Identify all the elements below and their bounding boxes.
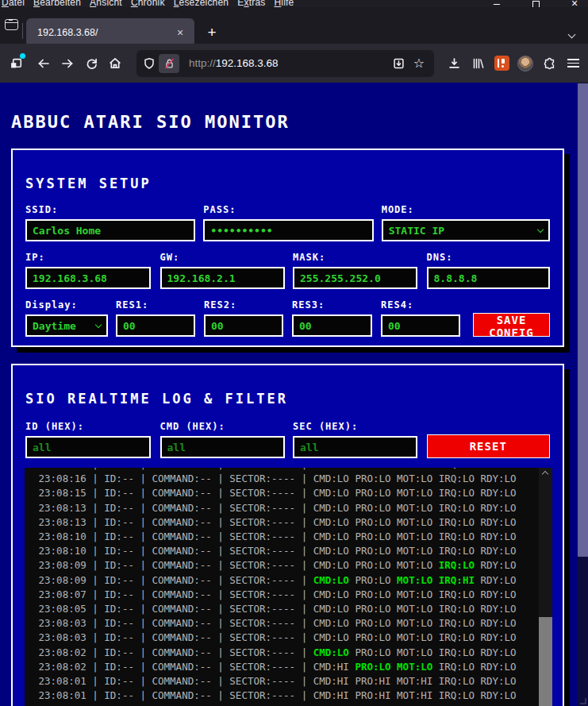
gw-input[interactable] [160,267,286,289]
extension-addon-button[interactable] [490,52,513,75]
forward-button[interactable] [56,52,79,75]
site-permissions-chip[interactable] [159,54,179,73]
tab-separator [22,23,23,39]
mode-label: MODE: [382,204,550,215]
log-row: 23:08:13 | ID:-- | COMMAND:-- | SECTOR:-… [33,515,552,530]
res2-label: RES2: [204,299,283,311]
signal: CMD:LO [313,473,349,484]
filter-id-input[interactable] [25,436,151,458]
save-config-button[interactable]: SAVE CONFIG [473,313,550,337]
log-scrollbar[interactable] [539,468,552,706]
signal: RDY:LO [480,646,516,658]
signal: CMD:LO [313,487,349,499]
window-controls: – × [488,0,588,7]
extensions-button[interactable] [537,52,561,75]
close-button[interactable]: × [566,0,583,7]
res2-input[interactable] [204,314,283,337]
signal: IRQ:LO [439,675,475,687]
reload-button[interactable] [79,52,103,75]
signal: CMD:LO [313,603,349,615]
save-page-button[interactable] [388,52,409,75]
new-tab-button[interactable]: + [202,23,221,42]
insecure-lock-icon [163,57,175,70]
menu-item-extras[interactable]: Extras [237,0,265,7]
account-button[interactable] [513,52,537,75]
scroll-up-arrow-icon[interactable] [542,471,548,477]
dns-label: DNS: [427,252,551,263]
downloads-button[interactable] [442,52,466,75]
signal: PRO:LO [355,574,390,586]
res3-label: RES3: [292,299,372,311]
signal: PRO:LO [355,603,390,615]
dns-input[interactable] [427,267,551,289]
log-row: 23:08:10 | ID:-- | COMMAND:-- | SECTOR:-… [33,530,552,544]
signal: MOT:HI [397,675,432,687]
res1-label: RES1: [116,299,195,311]
tab-bar: 192.168.3.68/ × + [0,7,588,44]
filter-id-label: ID (HEX): [25,421,151,432]
signal: PRO:HI [355,689,390,701]
signal: MOT:LO [397,617,432,629]
home-button[interactable] [103,52,127,75]
res3-input[interactable] [292,314,372,337]
maximize-button[interactable] [527,0,544,7]
signal: PRO:LO [355,487,390,499]
signal: IRQ:LO [439,516,475,528]
url-bar[interactable]: http://192.168.3.68 ☆ [136,50,434,77]
res1-input[interactable] [116,314,195,337]
sio-log-output[interactable]: 23:08:18 | ID:-- | COMMAND:-- | SECTOR:-… [25,468,552,706]
firefox-view-button[interactable] [4,17,20,33]
menu-item-chronik[interactable]: Chronik [131,0,165,7]
reset-button[interactable]: RESET [427,434,551,458]
signal: IRQ:LO [439,646,475,658]
log-row: 23:08:09 | ID:-- | COMMAND:-- | SECTOR:-… [33,558,552,573]
active-tab[interactable]: 192.168.3.68/ × [26,18,194,47]
signal: RDY:LO [480,468,516,470]
menu-item-datei[interactable]: Datei [2,0,25,7]
menu-item-hilfe[interactable]: Hilfe [274,0,294,7]
log-scrollbar-thumb[interactable] [539,617,552,706]
filter-sec-input[interactable] [293,436,417,458]
mask-input[interactable] [293,267,417,289]
forward-icon [60,57,75,70]
res4-label: RES4: [381,299,460,311]
mode-select[interactable]: STATIC IP [382,219,550,241]
page-scrollbar[interactable] [578,83,588,706]
signal: MOT:LO [397,468,432,470]
log-row: 23:08:01 | ID:-- | COMMAND:-- | SECTOR:-… [33,674,552,689]
back-icon [37,57,51,70]
window-resize-grip[interactable] [580,698,586,704]
filter-sec-label: SEC (HEX): [293,421,417,432]
list-all-tabs-button[interactable] [569,26,583,37]
display-select[interactable]: Daytime [25,314,108,337]
signal: MOT:LO [397,487,432,499]
menu-item-bearbeiten[interactable]: Bearbeiten [33,0,81,7]
res4-input[interactable] [381,314,460,337]
sio-log-panel: SIO REALTIME LOG & FILTER ID (HEX): CMD … [11,364,564,706]
ip-input[interactable] [25,267,151,289]
pass-input[interactable] [203,219,373,241]
system-setup-heading: SYSTEM SETUP [25,176,550,191]
signal-highlighted: MOT:LO [397,574,432,586]
app-menu-button[interactable] [561,52,585,75]
signal: PRO:HI [355,675,390,687]
chevron-down-icon [95,321,102,327]
page-scrollbar-thumb[interactable] [578,83,588,557]
tab-close-icon[interactable]: × [172,25,188,41]
display-label: Display: [25,299,108,311]
gw-label: GW: [160,252,286,263]
menu-item-lesezeichen[interactable]: Lesezeichen [174,0,229,7]
log-row: 23:08:16 | ID:-- | COMMAND:-- | SECTOR:-… [33,472,552,486]
minimize-button[interactable]: – [488,0,505,7]
chevron-down-icon [568,31,576,39]
signal: PRO:LO [355,545,390,557]
ssid-input[interactable] [25,219,195,241]
menu-item-ansicht[interactable]: Ansicht [90,0,122,7]
signal: PRO:LO [355,516,390,528]
library-button[interactable] [466,52,490,75]
log-row: 23:08:02 | ID:-- | COMMAND:-- | SECTOR:-… [33,660,552,674]
filter-cmd-input[interactable] [160,436,286,458]
back-button[interactable] [32,52,56,75]
sidebar-panel-button[interactable] [4,52,28,75]
bookmark-star-button[interactable]: ☆ [409,52,429,75]
